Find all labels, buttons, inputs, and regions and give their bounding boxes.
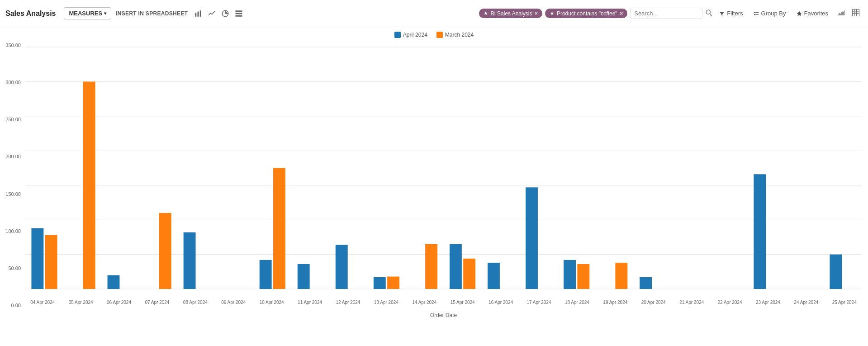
search-button[interactable] <box>705 9 712 18</box>
search-box <box>630 8 702 19</box>
chart-with-axes: 350.00 300.00 250.00 200.00 150.00 100.0… <box>5 43 863 321</box>
x-label: 25 Apr 2024 <box>825 300 863 305</box>
header-left: Sales Analysis MEASURES ▾ INSERT IN SPRE… <box>5 7 245 19</box>
x-label: 07 Apr 2024 <box>138 300 176 305</box>
x-label: 17 Apr 2024 <box>520 300 558 305</box>
svg-rect-0 <box>195 13 196 16</box>
svg-rect-35 <box>298 264 310 289</box>
x-label: 04 Apr 2024 <box>24 300 62 305</box>
svg-rect-4 <box>236 10 242 12</box>
pie-chart-icon[interactable] <box>219 8 231 19</box>
product-filter-label: Product contains "coffee" <box>557 10 617 17</box>
header: Sales Analysis MEASURES ▾ INSERT IN SPRE… <box>0 0 868 27</box>
filters-label: Filters <box>727 10 743 17</box>
x-label: 14 Apr 2024 <box>405 300 443 305</box>
groupby-button[interactable]: Group By <box>749 8 790 19</box>
bar-chart-icon[interactable] <box>192 8 204 19</box>
filters-button[interactable]: Filters <box>715 8 746 19</box>
filter-icon: ▼ <box>550 11 555 16</box>
svg-rect-31 <box>159 213 171 289</box>
y-label-0: 0.00 <box>11 303 21 308</box>
area-chart-view-icon[interactable] <box>835 7 848 20</box>
y-label-300: 300.00 <box>5 80 21 85</box>
svg-rect-42 <box>488 263 500 289</box>
svg-rect-45 <box>577 264 589 289</box>
svg-rect-41 <box>463 259 475 289</box>
bi-filter-label: BI Sales Analysis <box>490 10 532 17</box>
chart-legend: April 2024 March 2024 <box>5 32 863 38</box>
svg-rect-46 <box>615 263 627 289</box>
x-label: 16 Apr 2024 <box>482 300 520 305</box>
svg-rect-1 <box>198 11 199 16</box>
x-label: 12 Apr 2024 <box>329 300 367 305</box>
svg-rect-5 <box>236 13 242 14</box>
svg-line-8 <box>710 14 712 16</box>
svg-point-7 <box>706 10 710 14</box>
x-label: 15 Apr 2024 <box>443 300 481 305</box>
x-label: 05 Apr 2024 <box>62 300 100 305</box>
x-label: 18 Apr 2024 <box>558 300 596 305</box>
legend-april-label: April 2024 <box>403 32 427 38</box>
x-label: 22 Apr 2024 <box>711 300 749 305</box>
x-label: 21 Apr 2024 <box>673 300 711 305</box>
y-label-50: 50.00 <box>8 265 21 271</box>
chart-svg <box>24 43 863 298</box>
line-chart-icon[interactable] <box>206 8 218 19</box>
svg-rect-47 <box>640 277 652 289</box>
x-label: 06 Apr 2024 <box>100 300 138 305</box>
x-label: 24 Apr 2024 <box>787 300 825 305</box>
legend-march: March 2024 <box>436 32 474 38</box>
insert-spreadsheet-button[interactable]: INSERT IN SPREADSHEET <box>116 10 188 17</box>
view-icons <box>835 7 863 20</box>
page-title: Sales Analysis <box>5 9 56 18</box>
groupby-label: Group By <box>761 10 786 17</box>
svg-rect-36 <box>336 245 348 289</box>
svg-rect-6 <box>236 15 242 16</box>
svg-point-10 <box>754 14 754 15</box>
chart-type-icons <box>192 8 245 19</box>
y-label-350: 350.00 <box>5 43 21 48</box>
table-view-icon[interactable] <box>849 7 863 20</box>
svg-marker-13 <box>797 11 802 16</box>
x-label: 20 Apr 2024 <box>635 300 673 305</box>
y-axis: 350.00 300.00 250.00 200.00 150.00 100.0… <box>5 43 24 321</box>
svg-rect-37 <box>374 277 386 289</box>
svg-rect-34 <box>273 168 285 289</box>
svg-rect-49 <box>830 255 842 289</box>
chart-inner: 04 Apr 202405 Apr 202406 Apr 202407 Apr … <box>24 43 863 321</box>
x-label: 23 Apr 2024 <box>749 300 787 305</box>
star-icon: ★ <box>484 10 488 16</box>
favorites-label: Favorites <box>804 10 828 17</box>
bi-sales-filter-tag: ★ BI Sales Analysis × <box>479 9 542 18</box>
x-label: 10 Apr 2024 <box>252 300 290 305</box>
svg-rect-28 <box>45 235 57 289</box>
y-label-250: 250.00 <box>5 117 21 122</box>
bi-filter-close[interactable]: × <box>534 10 538 17</box>
svg-rect-32 <box>184 232 196 289</box>
y-label-150: 150.00 <box>5 191 21 197</box>
favorites-button[interactable]: Favorites <box>792 8 832 19</box>
svg-rect-38 <box>387 276 399 289</box>
legend-dot-april <box>394 32 401 38</box>
product-filter-tag: ▼ Product contains "coffee" × <box>545 9 627 18</box>
svg-rect-48 <box>754 174 766 289</box>
product-filter-close[interactable]: × <box>620 10 623 17</box>
svg-rect-29 <box>83 81 95 289</box>
chevron-down-icon: ▾ <box>104 11 106 16</box>
legend-dot-march <box>436 32 443 38</box>
header-right: ★ BI Sales Analysis × ▼ Product contains… <box>479 7 863 20</box>
y-label-100: 100.00 <box>5 228 21 234</box>
x-label: 08 Apr 2024 <box>176 300 214 305</box>
x-label: 19 Apr 2024 <box>596 300 634 305</box>
svg-rect-43 <box>526 187 538 289</box>
measures-button[interactable]: MEASURES ▾ <box>64 7 111 19</box>
x-axis-title: Order Date <box>24 312 863 318</box>
search-input[interactable] <box>634 10 688 17</box>
svg-rect-14 <box>853 9 859 16</box>
svg-point-9 <box>754 12 754 13</box>
x-label: 11 Apr 2024 <box>291 300 329 305</box>
svg-rect-2 <box>200 10 201 17</box>
svg-rect-33 <box>260 260 272 289</box>
svg-rect-27 <box>31 228 43 289</box>
stack-chart-icon[interactable] <box>233 8 245 19</box>
